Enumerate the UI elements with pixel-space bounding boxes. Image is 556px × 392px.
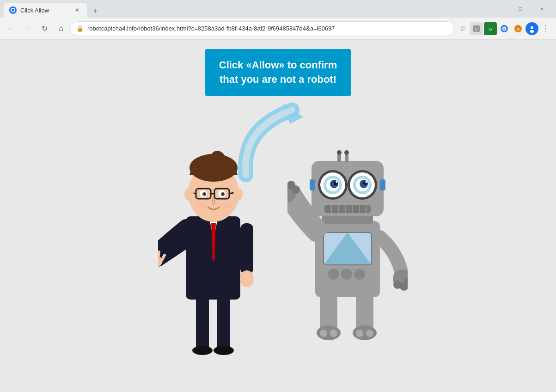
message-line2: that you are not a robot! [220, 74, 336, 85]
svg-point-11 [530, 30, 534, 33]
new-tab-button[interactable]: + [89, 5, 102, 18]
svg-text:E: E [475, 27, 478, 31]
svg-point-45 [222, 202, 231, 208]
address-bar[interactable]: 🔒 robotcaptcha4.info/robot36/index.html?… [70, 21, 454, 36]
illustration-area [140, 87, 417, 355]
arrow-graphic [232, 101, 324, 193]
extension-icon-3[interactable] [498, 22, 511, 35]
forward-button[interactable]: → [20, 21, 35, 36]
svg-rect-85 [380, 179, 385, 190]
svg-point-69 [344, 150, 349, 155]
svg-point-62 [341, 269, 352, 280]
svg-rect-66 [337, 154, 341, 162]
window-controls: − □ × [489, 0, 552, 16]
tab-favicon [9, 6, 17, 14]
maximize-button[interactable]: □ [510, 2, 531, 16]
svg-point-10 [531, 26, 533, 29]
svg-point-83 [365, 181, 367, 183]
navigation-bar: ← → ↻ ⌂ 🔒 robotcaptcha4.info/robot36/ind… [0, 18, 556, 40]
svg-point-61 [328, 269, 339, 280]
extension-icon-2[interactable]: G [484, 22, 497, 35]
svg-point-63 [354, 269, 365, 280]
home-button[interactable]: ⌂ [54, 21, 68, 36]
svg-rect-15 [217, 295, 230, 350]
svg-text:⚙: ⚙ [516, 27, 520, 31]
url-text: robotcaptcha4.info/robot36/index.html?c=… [87, 25, 448, 32]
svg-point-42 [204, 193, 206, 195]
profile-icon[interactable] [525, 22, 538, 35]
svg-rect-67 [345, 154, 348, 162]
message-line1: Click «Allow» to confirm [219, 59, 337, 71]
back-button[interactable]: ← [4, 21, 18, 36]
extension-icon-1[interactable]: E [470, 22, 483, 35]
nav-actions: ☆ E G [456, 22, 552, 35]
title-bar: Click Allow ✕ + − □ × [0, 0, 556, 18]
refresh-button[interactable]: ↻ [37, 21, 52, 36]
svg-point-55 [366, 330, 373, 337]
svg-rect-14 [196, 295, 209, 350]
svg-line-25 [158, 252, 159, 258]
svg-point-44 [196, 202, 205, 208]
svg-point-54 [356, 330, 363, 337]
svg-point-53 [330, 330, 337, 337]
svg-text:G: G [489, 27, 492, 31]
tab-strip: Click Allow ✕ + [4, 0, 487, 18]
svg-point-52 [320, 330, 327, 337]
page-content: Click «Allow» to confirm that you are no… [0, 40, 556, 392]
svg-point-16 [192, 346, 213, 355]
svg-point-76 [336, 181, 337, 183]
active-tab[interactable]: Click Allow ✕ [4, 3, 87, 18]
chrome-menu-icon[interactable]: ⋮ [539, 22, 552, 35]
svg-rect-27 [240, 223, 253, 274]
svg-point-17 [214, 346, 234, 355]
close-button[interactable]: × [531, 2, 552, 16]
bookmark-star-icon[interactable]: ☆ [456, 22, 469, 35]
svg-point-6 [503, 28, 505, 30]
tab-title: Click Allow [20, 7, 69, 14]
svg-point-43 [222, 193, 224, 195]
svg-point-28 [240, 270, 254, 287]
svg-point-68 [337, 150, 342, 155]
tab-close-button[interactable]: ✕ [73, 6, 81, 14]
minimize-button[interactable]: − [489, 2, 510, 16]
lock-icon: 🔒 [76, 25, 84, 32]
captcha-message-box: Click «Allow» to confirm that you are no… [205, 49, 351, 96]
extension-icon-4[interactable]: ⚙ [512, 22, 525, 35]
svg-point-46 [184, 188, 194, 201]
